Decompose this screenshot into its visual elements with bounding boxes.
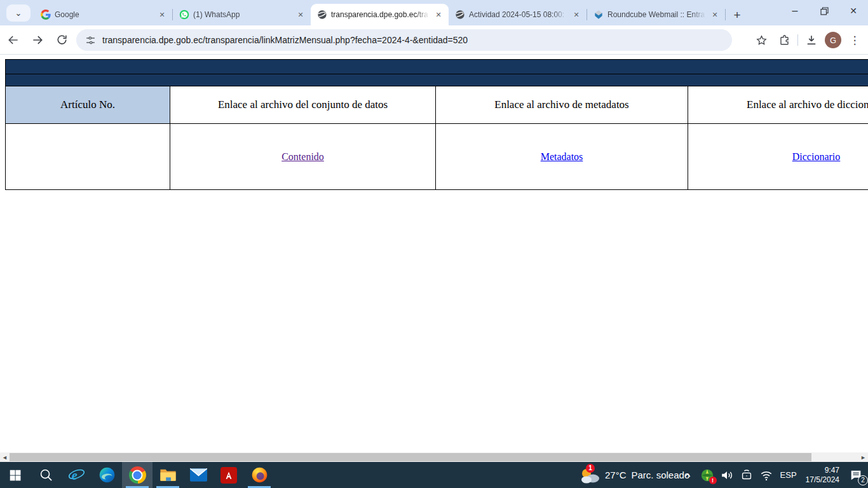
chrome-button[interactable]: [122, 462, 153, 488]
metadatos-link[interactable]: Metadatos: [541, 151, 583, 162]
browser-tab-strip: ⌄ Google ✕ (1) Whats: [0, 0, 868, 25]
forward-icon: [31, 34, 44, 46]
restore-icon: [820, 7, 829, 15]
header-conjunto-datos: Enlace al archivo del conjunto de datos: [170, 86, 436, 124]
windows-logo-icon: [8, 468, 22, 482]
page-viewport: Artículo No. Enlace al archivo del conju…: [0, 55, 868, 452]
edge-button[interactable]: [92, 462, 122, 488]
tab-actividad[interactable]: Actividad 2024-05-15 08:00: ✕: [449, 4, 587, 25]
restore-button[interactable]: [810, 0, 839, 22]
tab-title: Actividad 2024-05-15 08:00:: [469, 10, 567, 19]
tab-transparencia-active[interactable]: transparencia.dpe.gob.ec/tra ✕: [311, 4, 449, 25]
firefox-button[interactable]: [244, 462, 275, 488]
table-title-bar-top: [6, 60, 868, 74]
extensions-button[interactable]: [775, 30, 794, 50]
firefox-icon: [251, 466, 268, 484]
bookmark-star-button[interactable]: [752, 30, 771, 50]
tab-close-icon[interactable]: ✕: [295, 10, 306, 20]
toolbar-separator: [797, 34, 798, 46]
clock-time: 9:47: [806, 466, 839, 475]
start-button[interactable]: [0, 462, 31, 488]
acrobat-button[interactable]: [214, 462, 244, 488]
window-controls: – ✕: [780, 0, 868, 22]
chevron-up-icon: [682, 470, 693, 480]
weather-icon: 1: [580, 466, 600, 485]
forward-button[interactable]: [27, 29, 48, 51]
browser-menu-button[interactable]: ⋮: [845, 30, 864, 50]
system-tray: ! ESP 9:47 17/5/2024 2: [680, 462, 865, 488]
minimize-button[interactable]: –: [780, 0, 810, 22]
header-articulo: Artículo No.: [6, 86, 170, 124]
site-info-icon: [85, 35, 96, 46]
notification-count-badge: 2: [858, 475, 868, 485]
taskbar-weather[interactable]: 1 27°C Parc. soleado: [580, 462, 689, 488]
contenido-link[interactable]: Contenido: [281, 151, 324, 162]
wifi-icon: [759, 468, 773, 482]
tab-roundcube[interactable]: Roundcube Webmail :: Entra ✕: [587, 4, 725, 25]
edge-icon: [98, 466, 116, 484]
windows-taskbar: e: [0, 462, 868, 488]
google-favicon: [41, 10, 51, 20]
internet-explorer-button[interactable]: e: [61, 462, 92, 488]
horizontal-scrollbar[interactable]: ◄ ►: [0, 452, 868, 462]
weather-temp: 27°C: [605, 470, 627, 480]
header-metadatos: Enlace al archivo de metadatos: [436, 86, 688, 124]
scroll-left-arrow[interactable]: ◄: [0, 452, 10, 462]
tabs-container: Google ✕ (1) WhatsApp ✕ transparencia: [34, 4, 726, 25]
back-button[interactable]: [3, 29, 24, 51]
acrobat-reader-icon: [220, 467, 237, 484]
cell-metadatos: Metadatos: [436, 124, 688, 190]
diccionario-link[interactable]: Diccionario: [792, 151, 841, 162]
profile-avatar[interactable]: G: [825, 32, 841, 48]
tab-google[interactable]: Google ✕: [34, 4, 172, 25]
weather-alert-badge: 1: [586, 464, 595, 473]
reload-button[interactable]: [51, 29, 72, 51]
downloads-button[interactable]: [802, 30, 821, 50]
taskbar-clock[interactable]: 9:47 17/5/2024: [803, 466, 842, 485]
address-bar[interactable]: transparencia.dpe.gob.ec/transparencia/l…: [76, 29, 732, 51]
volume-button[interactable]: [719, 468, 735, 483]
back-icon: [7, 34, 20, 46]
tab-close-icon[interactable]: ✕: [710, 10, 720, 20]
tab-title: (1) WhatsApp: [193, 10, 292, 19]
display-icon: [740, 468, 754, 482]
tray-expand-button[interactable]: [680, 468, 695, 483]
mail-button[interactable]: [183, 462, 214, 488]
taskbar-search-button[interactable]: [31, 462, 61, 488]
speaker-icon: [720, 468, 734, 482]
toolbar-actions: G ⋮: [752, 29, 864, 51]
download-icon: [805, 34, 818, 46]
file-explorer-icon: [159, 468, 177, 482]
tab-title: Google: [55, 10, 153, 19]
globe-favicon: [317, 10, 327, 20]
wifi-button[interactable]: [759, 468, 774, 483]
tab-close-icon[interactable]: ✕: [433, 10, 444, 20]
internet-explorer-icon: e: [68, 466, 85, 484]
globe-favicon: [455, 10, 465, 20]
tab-whatsapp[interactable]: (1) WhatsApp ✕: [173, 4, 311, 25]
scroll-right-arrow[interactable]: ►: [858, 452, 868, 462]
reload-icon: [56, 34, 68, 46]
desktop-screen: ⌄ Google ✕ (1) Whats: [0, 0, 868, 488]
tab-title: Roundcube Webmail :: Entra: [607, 10, 706, 19]
header-diccionario: Enlace al archivo de diccionario: [688, 86, 868, 124]
antivirus-tray-button[interactable]: !: [700, 468, 715, 483]
antivirus-alert-badge: !: [709, 477, 717, 484]
tab-search-button[interactable]: ⌄: [6, 4, 31, 22]
action-center-button[interactable]: 2: [846, 466, 865, 484]
browser-toolbar: transparencia.dpe.gob.ec/transparencia/l…: [0, 25, 868, 55]
chrome-icon: [129, 466, 146, 484]
scrollbar-thumb[interactable]: [10, 453, 811, 461]
url-text: transparencia.dpe.gob.ec/transparencia/l…: [102, 35, 468, 45]
roundcube-favicon: [593, 10, 604, 20]
file-explorer-button[interactable]: [153, 462, 183, 488]
clock-date: 17/5/2024: [806, 475, 839, 485]
tab-close-icon[interactable]: ✕: [571, 10, 581, 20]
tab-close-icon[interactable]: ✕: [157, 10, 167, 20]
close-window-button[interactable]: ✕: [839, 0, 868, 22]
language-indicator[interactable]: ESP: [778, 470, 799, 480]
display-rotation-button[interactable]: [739, 468, 754, 483]
whatsapp-favicon: [179, 10, 189, 20]
new-tab-button[interactable]: +: [728, 6, 746, 24]
mail-icon: [190, 468, 207, 482]
